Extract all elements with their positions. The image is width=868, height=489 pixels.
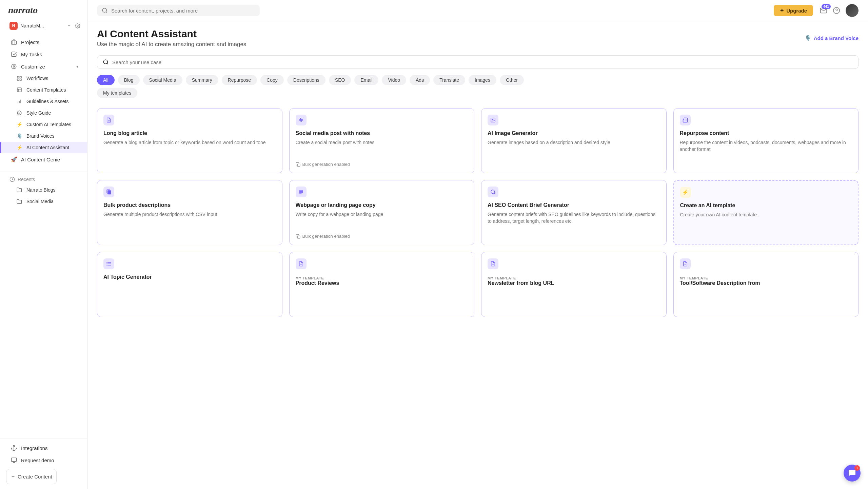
nav-content-templates[interactable]: Content Templates	[0, 84, 87, 96]
plus-icon: ＋	[11, 473, 16, 480]
global-search[interactable]	[97, 5, 260, 16]
svg-rect-1	[12, 41, 17, 44]
svg-point-14	[17, 111, 21, 115]
template-card[interactable]: AI Image GeneratorGenerate images based …	[481, 108, 667, 173]
template-card[interactable]: Webpage or landing page copyWrite copy f…	[289, 180, 475, 245]
nav-brand-voices[interactable]: 🎙️Brand Voices	[0, 130, 87, 142]
nav-customize[interactable]: Customize▼	[0, 60, 87, 73]
card-title: Long blog article	[103, 130, 276, 136]
filter-chip[interactable]: Summary	[186, 75, 218, 85]
nav-style-guide[interactable]: Style Guide	[0, 107, 87, 119]
svg-rect-5	[20, 76, 21, 78]
filter-chip[interactable]: All	[97, 75, 115, 85]
workspace-switcher[interactable]: N NarratoM...	[0, 19, 87, 35]
file-copy-icon	[103, 187, 114, 197]
nav-my-tasks[interactable]: My Tasks	[0, 48, 87, 60]
filter-chip[interactable]: Other	[500, 75, 524, 85]
template-card[interactable]: MY TEMPLATENewsletter from blog URL	[481, 252, 667, 317]
inbox-button[interactable]: 441	[820, 7, 827, 14]
template-grid: Long blog articleGenerate a blog article…	[97, 108, 859, 317]
use-case-search[interactable]	[97, 55, 859, 69]
nav-ai-assistant[interactable]: ⚡AI Content Assistant	[0, 142, 87, 153]
filter-chip[interactable]: Ads	[410, 75, 430, 85]
card-desc: Generate a blog article from topic or ke…	[103, 139, 276, 146]
chevron-down-icon[interactable]	[67, 23, 72, 28]
svg-point-16	[13, 446, 15, 447]
svg-line-32	[301, 118, 302, 122]
card-footer: Bulk generation enabled	[296, 234, 468, 239]
global-search-input[interactable]	[111, 8, 255, 14]
svg-point-48	[107, 262, 107, 262]
filter-chip[interactable]: Social Media	[143, 75, 182, 85]
sliders-icon	[11, 63, 17, 70]
filter-chip[interactable]: Blog	[118, 75, 140, 85]
recent-item[interactable]: Social Media	[0, 196, 87, 207]
svg-line-26	[107, 63, 108, 64]
use-case-search-input[interactable]	[112, 59, 853, 65]
nav-integrations[interactable]: Integrations	[0, 442, 87, 454]
svg-point-2	[13, 66, 15, 67]
filter-chip[interactable]: Video	[382, 75, 406, 85]
add-brand-voice-button[interactable]: 🎙️Add a Brand Voice	[805, 35, 859, 41]
sidebar-bottom: Integrations Request demo ＋Create Conten…	[0, 438, 87, 489]
svg-point-21	[102, 8, 106, 12]
template-card[interactable]: Social media post with notesCreate a soc…	[289, 108, 475, 173]
template-card[interactable]: ⚡Create an AI templateCreate your own AI…	[673, 180, 859, 245]
template-card[interactable]: Long blog articleGenerate a blog article…	[97, 108, 282, 173]
rocket-icon: 🚀	[11, 156, 17, 162]
template-card[interactable]: MY TEMPLATEProduct Reviews	[289, 252, 475, 317]
chat-fab[interactable]: 1	[844, 465, 861, 482]
nav-workflows[interactable]: Workflows	[0, 73, 87, 84]
nav-guidelines[interactable]: Guidelines & Assets	[0, 96, 87, 107]
help-button[interactable]	[833, 7, 840, 14]
template-card[interactable]: MY TEMPLATETool/Software Description fro…	[673, 252, 859, 317]
svg-rect-6	[20, 79, 21, 80]
nav-custom-ai[interactable]: ⚡Custom AI Templates	[0, 119, 87, 130]
svg-point-35	[492, 119, 493, 120]
workflow-icon	[16, 76, 22, 81]
svg-rect-8	[17, 88, 21, 92]
nav-ai-genie[interactable]: 🚀AI Content Genie	[0, 153, 87, 165]
card-title: Tool/Software Description from	[680, 280, 852, 286]
template-card[interactable]: AI SEO Content Brief GeneratorGenerate c…	[481, 180, 667, 245]
bolt-icon: ⚡	[680, 187, 691, 198]
svg-point-0	[77, 25, 78, 26]
recent-item[interactable]: Narrato Blogs	[0, 184, 87, 196]
filter-chip[interactable]: Copy	[260, 75, 284, 85]
card-title: AI Topic Generator	[103, 274, 276, 280]
my-template-tag: MY TEMPLATE	[296, 276, 468, 280]
svg-point-25	[103, 60, 107, 64]
filter-chip[interactable]: Translate	[433, 75, 465, 85]
document-icon	[296, 258, 307, 269]
filter-chip[interactable]: Email	[354, 75, 378, 85]
chip-my-templates[interactable]: My templates	[97, 88, 137, 98]
filter-chip[interactable]: Images	[469, 75, 496, 85]
template-card[interactable]: AI Topic Generator	[97, 252, 282, 317]
filter-chips: AllBlogSocial MediaSummaryRepurposeCopyD…	[97, 75, 859, 85]
avatar[interactable]	[846, 4, 859, 17]
bolt-icon: ⚡	[16, 122, 22, 127]
filter-chip[interactable]: SEO	[329, 75, 351, 85]
chat-badge: 1	[854, 465, 860, 471]
card-title: Bulk product descriptions	[103, 202, 276, 208]
filter-chip[interactable]: Repurpose	[222, 75, 257, 85]
monitor-icon	[11, 457, 17, 463]
recents-heading: Recents	[0, 172, 87, 184]
svg-rect-33	[297, 164, 300, 167]
nav-projects[interactable]: Projects	[0, 36, 87, 48]
gear-icon[interactable]	[75, 23, 80, 28]
search-icon	[102, 7, 108, 14]
template-card[interactable]: Bulk product descriptionsGenerate multip…	[97, 180, 282, 245]
nav-request-demo[interactable]: Request demo	[0, 454, 87, 466]
upgrade-button[interactable]: ✦Upgrade	[774, 5, 813, 16]
logo: narrato	[0, 0, 87, 19]
image-icon	[488, 115, 498, 125]
card-desc: Repurpose the content in videos, podcast…	[680, 139, 852, 153]
template-card[interactable]: Repurpose contentRepurpose the content i…	[673, 108, 859, 173]
filter-chip[interactable]: Descriptions	[287, 75, 326, 85]
svg-point-49	[107, 263, 107, 264]
card-title: AI SEO Content Brief Generator	[488, 202, 660, 208]
card-title: Repurpose content	[680, 130, 852, 136]
create-content-button[interactable]: ＋Create Content	[6, 469, 57, 484]
sidebar-nav: Projects My Tasks Customize▼ Workflows C…	[0, 35, 87, 438]
